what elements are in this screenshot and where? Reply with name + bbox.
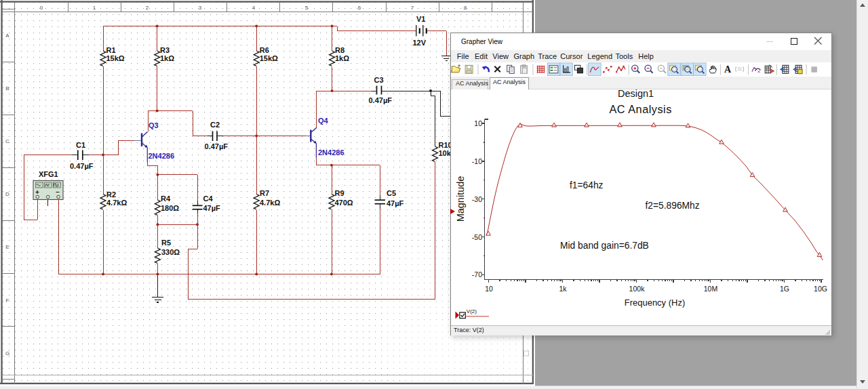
- svg-text:-70: -70: [472, 270, 482, 279]
- svg-text:R5: R5: [161, 239, 171, 247]
- svg-text:180Ω: 180Ω: [161, 204, 179, 212]
- svg-text:R4: R4: [161, 194, 171, 203]
- svg-text:R1: R1: [106, 46, 116, 54]
- svg-text:10: 10: [474, 119, 482, 127]
- svg-text:10M: 10M: [704, 285, 717, 293]
- svg-text:2: 2: [146, 5, 149, 11]
- svg-text:-50: -50: [472, 233, 482, 241]
- svg-text:G: G: [5, 350, 9, 356]
- svg-text:C3: C3: [374, 76, 384, 84]
- svg-text:1kΩ: 1kΩ: [160, 54, 174, 62]
- svg-text:C4: C4: [203, 194, 214, 203]
- svg-text:R7: R7: [260, 189, 269, 197]
- svg-text:0.47µF: 0.47µF: [369, 96, 393, 104]
- svg-text:-10: -10: [472, 157, 482, 165]
- svg-text:V1: V1: [416, 15, 425, 23]
- svg-text:R8: R8: [335, 46, 344, 54]
- svg-text:470Ω: 470Ω: [335, 199, 353, 207]
- svg-text:10G: 10G: [814, 285, 827, 293]
- svg-text:0: 0: [40, 5, 43, 11]
- svg-text:4: 4: [252, 5, 256, 11]
- svg-text:C5: C5: [387, 189, 396, 197]
- svg-text:F: F: [6, 298, 9, 304]
- svg-text:Design1: Design1: [618, 89, 654, 99]
- svg-text:A: A: [5, 33, 9, 39]
- svg-text:C1: C1: [76, 141, 85, 149]
- svg-text:AC Analysis: AC Analysis: [610, 103, 672, 115]
- svg-text:R6: R6: [260, 46, 269, 54]
- svg-text:1G: 1G: [780, 285, 789, 293]
- svg-text:R9: R9: [335, 189, 344, 197]
- svg-text:E: E: [5, 244, 9, 250]
- svg-text:15kΩ: 15kΩ: [260, 54, 278, 62]
- svg-text:2N4286: 2N4286: [318, 148, 344, 157]
- svg-text:0.47µF: 0.47µF: [70, 162, 94, 170]
- svg-text:f2=5.896Mhz: f2=5.896Mhz: [646, 201, 700, 211]
- svg-text:D: D: [5, 191, 9, 197]
- svg-text:10k: 10k: [439, 149, 452, 157]
- svg-text:47µF: 47µF: [387, 199, 404, 207]
- svg-text:47µF: 47µF: [203, 204, 221, 212]
- svg-text:Frequency (Hz): Frequency (Hz): [625, 298, 686, 308]
- svg-text:Q3: Q3: [149, 121, 159, 129]
- svg-text:8: 8: [464, 5, 467, 11]
- svg-text:Magnitude: Magnitude: [455, 176, 466, 222]
- svg-text:A: A: [724, 64, 732, 75]
- svg-text:2N4286: 2N4286: [149, 152, 175, 160]
- svg-text:10: 10: [485, 285, 493, 293]
- svg-text:B: B: [5, 85, 9, 91]
- svg-text:C2: C2: [210, 121, 220, 129]
- svg-text:R3: R3: [160, 46, 170, 54]
- svg-text:6: 6: [358, 5, 361, 11]
- svg-text:C: C: [5, 138, 9, 144]
- svg-text:4.7kΩ: 4.7kΩ: [260, 199, 280, 207]
- svg-text:Q4: Q4: [318, 117, 329, 125]
- svg-text:1kΩ: 1kΩ: [335, 54, 349, 62]
- svg-text:1k: 1k: [559, 285, 567, 293]
- svg-text:Mid band gain=6.7dB: Mid band gain=6.7dB: [560, 241, 649, 251]
- svg-text:V(2): V(2): [467, 308, 477, 314]
- svg-text:0.47µF: 0.47µF: [205, 142, 229, 150]
- svg-text:100k: 100k: [629, 285, 646, 293]
- svg-text:f1=64hz: f1=64hz: [570, 180, 604, 190]
- svg-text:330Ω: 330Ω: [161, 248, 180, 256]
- svg-text:12V: 12V: [413, 39, 427, 47]
- svg-text:4.7kΩ: 4.7kΩ: [106, 199, 127, 207]
- svg-text:15kΩ: 15kΩ: [106, 54, 125, 62]
- svg-text:-30: -30: [472, 195, 482, 203]
- svg-text:7: 7: [411, 5, 414, 11]
- svg-text:1: 1: [93, 5, 96, 11]
- svg-text:XFG1: XFG1: [39, 170, 58, 178]
- svg-text:5: 5: [305, 5, 309, 11]
- svg-text:3: 3: [199, 5, 202, 11]
- svg-text:R2: R2: [106, 190, 116, 199]
